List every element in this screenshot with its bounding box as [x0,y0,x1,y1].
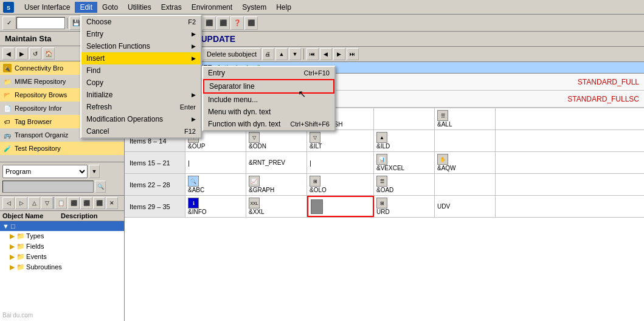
edit-item-cancel[interactable]: Cancel F12 [81,125,201,137]
right-nav-prev[interactable]: ◀ [320,48,332,60]
cell-icon-ild: ▲ [376,132,387,143]
edit-entry-label: Entry [86,30,103,38]
cell-text-info: &INFO [188,209,207,215]
tree-header: Object Name Description [0,210,124,221]
edit-item-modops[interactable]: Modification Operations ▶ [81,113,201,125]
sidebar-item-connectivity-label: Connectivity Bro [15,64,63,72]
edit-choose-label: Choose [86,18,111,26]
toolbar-btn-5[interactable]: ⬛ [203,16,216,30]
tree-item-fields[interactable]: ▶ 📁 Fields [0,241,124,252]
nav-home[interactable]: 🏠 [43,47,55,60]
dropdown-arrow[interactable]: ▼ [89,165,100,178]
toolbar-btn-1[interactable]: ✓ [2,16,16,30]
sidebar-item-transport-label: Transport Organiz [15,131,68,139]
action-btn9[interactable]: ✕ [106,197,118,209]
repoinfo-icon: 📄 [2,103,12,113]
tree-root[interactable]: ▼ □ [0,221,124,231]
cell-icon-info: ℹ [188,198,199,209]
tree-item-events[interactable]: ▶ 📁 Events [0,252,124,262]
insert-item-funcdyn[interactable]: Function with dyn. text Ctrl+Shift+F6 [203,118,334,130]
insert-submenu[interactable]: Entry Ctrl+F10 Separator line Include me… [202,66,336,131]
cell-4-2: 📈 &GRAPH [246,174,307,195]
tree-folder-icon-events: ▶ 📁 [10,253,25,261]
standard-row-1-code: STANDARD_FULL [578,78,639,86]
nav-forward[interactable]: ▶ [16,47,28,60]
edit-dropdown[interactable]: Choose F2 Entry ▶ Selection Functions ▶ … [80,15,202,139]
menubar-item-system[interactable]: System [237,2,271,13]
edit-item-copy[interactable]: Copy [81,77,201,89]
insert-item-entry[interactable]: Entry Ctrl+F10 [203,67,334,79]
menubar-item-help[interactable]: Help [271,2,296,13]
cell-icon-aqw: ✋ [437,154,448,165]
insert-includemenu-label: Include menu... [208,95,258,104]
menubar-item-environment[interactable]: Environment [187,2,237,13]
action-down[interactable]: ▽ [41,197,53,209]
action-back[interactable]: ◁ [2,197,15,209]
cell-3-1: | [185,152,246,173]
input-search-btn[interactable]: 🔍 [95,181,106,193]
menubar-item-goto[interactable]: Goto [97,2,123,13]
cell-text-olo: &OLO [310,187,327,193]
table-row-4: Items 22 – 28 🔍 &ABC 📈 &GRAPH ⊞ &OLO [125,174,644,196]
cell-3-3: | [307,152,374,173]
edit-item-selfuncs[interactable]: Selection Functions ▶ [81,40,201,52]
cell-text-ild: &ILD [376,143,390,150]
toolbar-btn-help[interactable]: ❓ [230,16,244,30]
edit-item-entry[interactable]: Entry ▶ [81,28,201,40]
action-btn6[interactable]: ⬛ [68,197,80,209]
edit-item-choose[interactable]: Choose F2 [81,16,201,28]
nav-refresh[interactable]: ↺ [29,47,41,60]
sidebar-item-repoinfo-label: Repository Infor [15,105,62,112]
edit-insert-label: Insert [86,54,105,63]
program-dropdown[interactable]: Program [2,165,88,178]
cell-4-1: 🔍 &ABC [185,174,246,195]
toolbar-btn-6[interactable]: ⬛ [216,16,230,30]
menubar-item-userinterface[interactable]: User Interface [19,2,75,13]
delete-subobject-btn[interactable]: Delete subobject [203,48,261,60]
right-nav-up[interactable]: ▲ [275,48,288,60]
cell-icon-graph: 📈 [249,176,260,187]
action-up[interactable]: △ [28,197,40,209]
repobrowse-icon: 📂 [2,90,12,100]
action-btn5[interactable]: 📋 [55,197,67,209]
app-window: S User Interface Edit Goto Utilities Ext… [0,0,644,321]
toolbar-btn-7[interactable]: ⬛ [244,16,258,30]
right-nav-down[interactable]: ▼ [289,48,301,60]
cell-icon-ilt: ▽ [310,132,320,143]
edit-item-refresh[interactable]: Refresh Enter [81,101,201,113]
tree-item-subroutines[interactable]: ▶ 📁 Subroutines [0,262,124,272]
right-nav-first[interactable]: ⏮ [306,48,319,60]
cell-2-4: ▲ &ILD [374,130,435,151]
menubar-item-extras[interactable]: Extras [156,2,187,13]
insert-item-menudyn[interactable]: Menu with dyn. text [203,106,334,118]
insert-item-includemenu[interactable]: Include menu... [203,94,334,106]
row-label-5: Items 29 – 35 [125,196,185,217]
tree-item-types[interactable]: ▶ 📁 Types [0,231,124,241]
cell-5-3-highlighted [307,196,374,217]
cell-5-5: UDV [435,196,496,217]
cell-icon-all: ☰ [437,110,448,121]
insert-item-separator[interactable]: Separator line [203,79,334,94]
nav-back[interactable]: ◀ [2,47,15,60]
edit-item-initialize[interactable]: Initialize ▶ [81,89,201,101]
action-forward[interactable]: ▷ [15,197,27,209]
right-nav-icon1[interactable]: 🖨 [262,48,274,60]
right-nav-next[interactable]: ▶ [333,48,345,60]
program-input[interactable] [2,181,94,193]
edit-item-insert[interactable]: Insert ▶ [81,52,201,64]
action-btn8[interactable]: ⬛ [93,197,105,209]
tree-label-fields: Fields [26,243,44,250]
cell-3-4: 📊 &VEXCEL [374,152,435,173]
action-btn7[interactable]: ⬛ [80,197,92,209]
toolbar-input[interactable] [16,17,65,29]
cell-text-graph: &GRAPH [249,187,274,193]
cell-icon-oad: ☰ [376,176,387,187]
edit-refresh-label: Refresh [86,103,112,111]
edit-item-find[interactable]: Find [81,64,201,77]
cell-5-2: XXL &XXL [246,196,307,217]
sidebar-item-testrepository[interactable]: 🧪 Test Repository [0,142,124,155]
cell-icon-olo: ⊞ [310,176,320,187]
right-nav-last[interactable]: ⏭ [347,48,359,60]
menubar-item-utilities[interactable]: Utilities [123,2,156,13]
menubar-item-edit[interactable]: Edit [75,2,97,13]
